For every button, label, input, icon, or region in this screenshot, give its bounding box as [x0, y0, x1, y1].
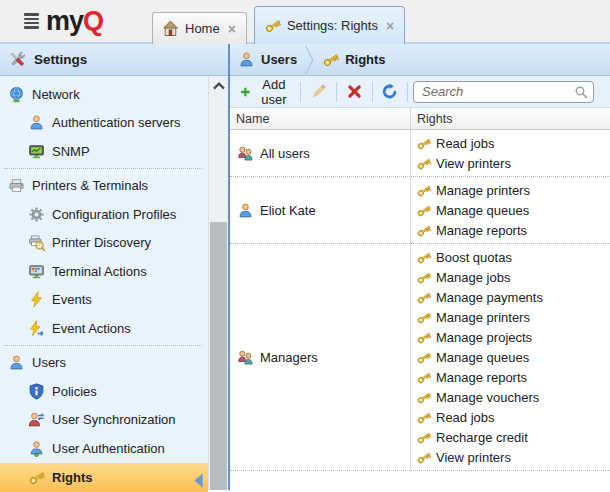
hamburger-menu-icon[interactable]: [24, 13, 39, 29]
sidebar-item-events[interactable]: Events: [0, 286, 208, 315]
plus-icon: [240, 84, 251, 100]
toolbar-divider: [336, 82, 337, 102]
terminal-icon: [28, 263, 45, 280]
lightning-arrow-icon: [28, 320, 45, 337]
sidebar-item-printer-discovery[interactable]: Printer Discovery: [0, 229, 208, 258]
rights-table: Name Rights All usersRead jobsView print…: [230, 108, 610, 490]
right-entry-manage-projects: Manage projects: [411, 327, 610, 347]
breadcrumb-users[interactable]: Users: [238, 51, 297, 68]
tab-close-icon[interactable]: ×: [386, 18, 394, 34]
sidebar-item-event-actions[interactable]: Event Actions: [0, 314, 208, 343]
add-user-button[interactable]: Add user: [236, 75, 295, 109]
right-entry-manage-queues: Manage queues: [411, 200, 610, 220]
sidebar-item-label: Printers & Terminals: [32, 178, 148, 193]
scrollbar-thumb[interactable]: [210, 222, 227, 490]
globe-icon: [8, 86, 25, 103]
column-header-rights[interactable]: Rights: [411, 108, 452, 129]
shield-icon: [28, 383, 45, 400]
row-rights-cell: Manage printersManage queuesManage repor…: [411, 177, 610, 243]
sidebar-item-label: Event Actions: [52, 321, 131, 336]
sidebar-title: Settings: [34, 52, 87, 67]
tab-close-icon[interactable]: ×: [228, 21, 236, 37]
toolbar: Add user: [230, 76, 610, 108]
printer-search-icon: [28, 234, 45, 251]
search-input[interactable]: [413, 81, 594, 103]
sidebar-item-label: Policies: [52, 384, 97, 399]
sidebar-item-printers-terminals[interactable]: Printers & Terminals: [0, 172, 208, 201]
sidebar-item-label: Network: [32, 87, 80, 102]
edit-pencil-icon: [310, 83, 327, 100]
breadcrumb-label: Rights: [345, 52, 385, 67]
table-row-managers[interactable]: ManagersBoost quotasManage jobsManage pa…: [230, 244, 610, 471]
breadcrumb-chevron-icon: [304, 45, 315, 75]
tab-home[interactable]: Home×: [152, 12, 247, 44]
table-body: All usersRead jobsView printersEliot Kat…: [230, 130, 610, 471]
sidebar-item-user-synchronization[interactable]: User Synchronization: [0, 406, 208, 435]
right-entry-read-jobs: Read jobs: [411, 133, 610, 153]
sidebar-item-snmp[interactable]: SNMP: [0, 137, 208, 166]
edit-button[interactable]: [306, 81, 331, 102]
right-entry-label: Manage queues: [436, 350, 529, 365]
sidebar-item-policies[interactable]: Policies: [0, 377, 208, 406]
sidebar-item-network[interactable]: Network: [0, 80, 208, 109]
row-name-label: All users: [260, 146, 310, 161]
search-box: [413, 81, 594, 103]
user-icon: [8, 354, 25, 371]
breadcrumb-rights[interactable]: Rights: [322, 51, 385, 68]
logo-my: my: [46, 6, 83, 36]
right-entry-view-printers: View printers: [411, 447, 610, 467]
table-row-eliot-kate[interactable]: Eliot KateManage printersManage queuesMa…: [230, 177, 610, 244]
row-name-cell: Managers: [230, 244, 411, 470]
table-header: Name Rights: [230, 108, 610, 130]
logo: myQ: [24, 0, 103, 42]
delete-button[interactable]: [342, 81, 367, 102]
tab-settings-rights[interactable]: Settings: Rights×: [254, 6, 405, 44]
sidebar-item-rights[interactable]: Rights: [0, 463, 208, 492]
sidebar-items: NetworkAuthentication serversSNMPPrinter…: [0, 76, 208, 492]
sidebar-item-users[interactable]: Users: [0, 349, 208, 378]
column-header-name[interactable]: Name: [230, 108, 411, 129]
right-entry-manage-queues: Manage queues: [411, 347, 610, 367]
key-icon: [416, 350, 431, 365]
right-entry-boost-quotas: Boost quotas: [411, 247, 610, 267]
sidebar-item-label: Rights: [52, 470, 92, 485]
row-name-label: Managers: [260, 350, 318, 365]
right-entry-manage-printers: Manage printers: [411, 307, 610, 327]
sidebar-item-label: Printer Discovery: [52, 235, 151, 250]
monitor-icon: [28, 143, 45, 160]
sidebar-item-label: SNMP: [52, 144, 90, 159]
logo-q: Q: [83, 6, 103, 36]
settings-sidebar: Settings NetworkAuthentication serversSN…: [0, 44, 230, 490]
breadcrumb: UsersRights: [230, 44, 610, 76]
toolbar-divider: [372, 82, 373, 102]
right-entry-label: Manage printers: [436, 310, 530, 325]
sidebar-item-label: Terminal Actions: [52, 264, 147, 279]
group-icon: [237, 349, 254, 366]
key-icon: [416, 450, 431, 465]
sidebar-item-user-authentication[interactable]: User Authentication: [0, 434, 208, 463]
right-entry-manage-jobs: Manage jobs: [411, 267, 610, 287]
row-rights-cell: Read jobsView printers: [411, 130, 610, 176]
sidebar-item-label: User Authentication: [52, 441, 165, 456]
right-entry-label: Manage vouchers: [436, 390, 539, 405]
lightning-icon: [28, 291, 45, 308]
right-entry-manage-payments: Manage payments: [411, 287, 610, 307]
key-icon: [416, 430, 431, 445]
gear-icon: [28, 206, 45, 223]
key-icon: [416, 270, 431, 285]
right-entry-label: Manage jobs: [436, 270, 510, 285]
scroll-up-icon[interactable]: [211, 78, 227, 94]
sidebar-item-terminal-actions[interactable]: Terminal Actions: [0, 257, 208, 286]
sidebar-separator: [4, 345, 202, 346]
right-entry-label: View printers: [436, 450, 511, 465]
sidebar-header: Settings: [0, 44, 228, 76]
sidebar-item-authentication-servers[interactable]: Authentication servers: [0, 109, 208, 138]
refresh-button[interactable]: [377, 81, 402, 102]
key-icon: [28, 469, 45, 486]
table-row-all-users[interactable]: All usersRead jobsView printers: [230, 130, 610, 177]
row-name-label: Eliot Kate: [260, 203, 316, 218]
right-entry-label: Manage projects: [436, 330, 532, 345]
sidebar-item-configuration-profiles[interactable]: Configuration Profiles: [0, 200, 208, 229]
sidebar-scrollbar[interactable]: [208, 76, 228, 490]
key-icon: [416, 203, 431, 218]
